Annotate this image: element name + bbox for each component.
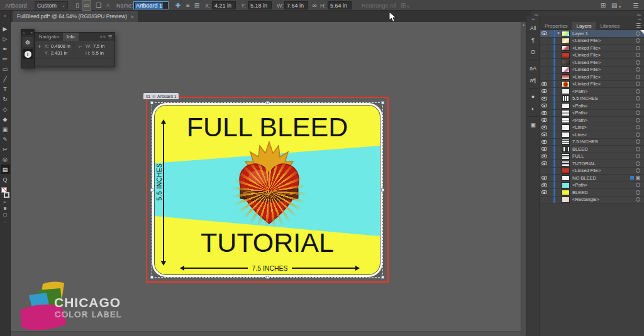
layer-row[interactable]: <Line> <box>540 124 644 132</box>
pencil-tool[interactable]: ✎ <box>1 134 10 144</box>
info-icon[interactable]: ! <box>23 49 33 59</box>
layer-name[interactable]: <Line> <box>572 132 636 138</box>
layer-name[interactable]: <Path> <box>572 103 636 109</box>
layer-target-circle[interactable] <box>636 31 640 36</box>
layer-lock-toggle[interactable] <box>548 30 553 37</box>
portrait-orientation-icon[interactable]: ▯ <box>73 0 82 11</box>
layer-visibility-toggle[interactable] <box>540 102 548 109</box>
layer-name[interactable]: <Linked File> <box>572 81 636 87</box>
gradient-tool[interactable]: ▣ <box>1 124 10 134</box>
opentype-panel-icon[interactable]: O <box>528 46 539 57</box>
layer-visibility-toggle[interactable] <box>540 38 548 45</box>
paragraph-styles-panel-icon[interactable]: a¶ <box>528 75 539 85</box>
layer-name[interactable]: 5.5 INCHES <box>572 95 636 101</box>
layer-row[interactable]: BLEED <box>540 189 644 197</box>
layer-visibility-toggle[interactable] <box>540 95 548 102</box>
panel-menu-icon[interactable]: «« ☰ <box>100 35 114 40</box>
layer-target-circle[interactable] <box>636 96 640 100</box>
layer-lock-toggle[interactable] <box>548 38 553 45</box>
layer-row[interactable]: NO BLEED <box>540 175 644 182</box>
layer-row[interactable]: <Path> <box>540 117 644 124</box>
layer-row[interactable]: <Path> <box>540 88 644 95</box>
panel-menu-icon[interactable]: ☰ <box>636 23 644 29</box>
layer-visibility-toggle[interactable] <box>540 30 548 37</box>
h-field[interactable]: 5.64 in <box>328 1 352 9</box>
layer-row[interactable]: <Linked File> <box>540 168 644 175</box>
layer-lock-toggle[interactable] <box>548 88 553 95</box>
layer-name[interactable]: Layer 1 <box>572 31 636 36</box>
layer-row[interactable]: <Linked File> <box>540 81 644 89</box>
label-artwork[interactable]: FULL BLEED TU <box>152 103 382 277</box>
layer-name[interactable]: BLEED <box>572 190 636 195</box>
move-artwork-toggle-icon[interactable]: ✚ <box>174 0 182 11</box>
layer-visibility-toggle[interactable] <box>540 175 548 182</box>
layer-visibility-toggle[interactable] <box>540 153 548 160</box>
pen-tool[interactable]: ✒ <box>1 44 10 53</box>
layer-name[interactable]: <Path> <box>572 89 636 94</box>
layer-row[interactable]: <Linked File> <box>540 59 644 67</box>
selection-handle[interactable] <box>150 101 153 104</box>
color-mode-icon[interactable]: ▪▫ <box>4 199 7 205</box>
layer-name[interactable]: <Path> <box>572 117 636 123</box>
selection-handle[interactable] <box>150 188 153 192</box>
link-dimensions-icon[interactable]: ∞ <box>310 0 319 11</box>
layer-row[interactable]: <Linked File> <box>540 67 644 74</box>
layer-target-circle[interactable] <box>636 46 640 50</box>
layer-lock-toggle[interactable] <box>548 175 553 182</box>
layer-name[interactable]: <Linked File> <box>572 38 636 43</box>
layer-lock-toggle[interactable] <box>548 146 553 153</box>
layer-row[interactable]: <Linked File> <box>540 45 644 52</box>
layer-name[interactable]: <Linked File> <box>572 45 636 51</box>
layer-row[interactable]: FULL <box>540 153 644 161</box>
layer-target-circle[interactable] <box>636 38 640 43</box>
layer-row[interactable]: ▼Layer 1 <box>540 30 644 38</box>
layer-row[interactable]: TUTORIAL <box>540 160 644 168</box>
grid-icon[interactable]: ⊞ <box>192 0 201 11</box>
toolbar-collapse-icon[interactable]: » <box>0 11 11 22</box>
layer-lock-toggle[interactable] <box>548 139 553 146</box>
selection-handle[interactable] <box>381 101 384 104</box>
layer-target-circle[interactable] <box>636 147 640 151</box>
character-styles-panel-icon[interactable]: aA <box>528 63 539 73</box>
edit-toolbar-icon[interactable]: … <box>3 218 8 224</box>
layer-target-circle[interactable] <box>636 60 640 65</box>
layer-name[interactable]: <Linked File> <box>572 67 636 72</box>
scale-tool[interactable]: ◇ <box>1 104 10 114</box>
tab-info[interactable]: Info <box>63 33 79 41</box>
layer-lock-toggle[interactable] <box>548 67 553 73</box>
layer-visibility-toggle[interactable] <box>540 189 548 196</box>
rotate-tool[interactable]: ↻ <box>1 94 10 104</box>
rearrange-all-button[interactable]: Rearrange All <box>362 0 396 11</box>
gear-icon[interactable]: ☸ <box>23 37 33 47</box>
tab-layers[interactable]: Layers <box>572 22 596 30</box>
layer-row[interactable]: <Line> <box>540 131 644 139</box>
layer-visibility-toggle[interactable] <box>540 160 548 167</box>
layer-visibility-toggle[interactable] <box>540 124 548 131</box>
layer-lock-toggle[interactable] <box>548 59 553 66</box>
layer-target-circle[interactable] <box>636 197 640 202</box>
layer-visibility-toggle[interactable] <box>540 131 548 138</box>
layer-target-circle[interactable] <box>636 67 640 72</box>
appearance-panel-icon[interactable]: ● <box>528 91 539 102</box>
layer-target-circle[interactable] <box>636 82 640 86</box>
y-field[interactable]: 5.18 in <box>248 1 272 9</box>
selection-handle[interactable] <box>266 276 269 279</box>
zoom-tool[interactable]: Q <box>1 175 10 184</box>
selection-tool[interactable]: ▶ <box>1 24 10 33</box>
layer-lock-toggle[interactable] <box>548 117 553 124</box>
layer-name[interactable]: <Linked File> <box>572 52 636 58</box>
layer-visibility-toggle[interactable] <box>540 117 548 124</box>
selection-handle[interactable] <box>150 276 153 279</box>
layer-name[interactable]: <Path> <box>572 182 636 188</box>
layer-row[interactable]: 5.5 INCHES <box>540 95 644 103</box>
layer-target-circle[interactable] <box>636 111 640 115</box>
layer-lock-toggle[interactable] <box>548 45 553 51</box>
layer-name[interactable]: BLEED <box>572 146 636 152</box>
layer-name[interactable]: <Linked File> <box>572 168 636 173</box>
menu-icon[interactable]: ☰ <box>631 0 640 11</box>
layer-lock-toggle[interactable] <box>548 153 553 160</box>
layer-target-circle[interactable] <box>636 161 640 166</box>
curvature-tool[interactable]: ✏ <box>1 54 10 63</box>
layer-lock-toggle[interactable] <box>548 189 553 196</box>
selection-handle[interactable] <box>381 276 384 279</box>
